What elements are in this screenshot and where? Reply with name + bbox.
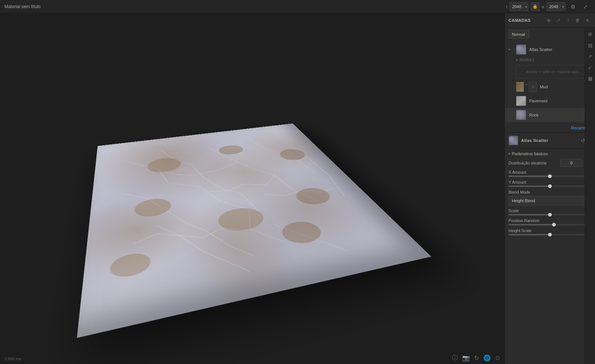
layers-export-button[interactable]: ↗ bbox=[554, 16, 562, 24]
random-dist-input[interactable] bbox=[560, 159, 582, 167]
blend-mode-label: Blend Mode bbox=[509, 190, 530, 194]
props-filter-name: Atlas Scatter bbox=[521, 138, 548, 143]
y-amount-slider-track[interactable] bbox=[509, 186, 591, 187]
properties-panel: Atlas Scatter ↺ ✕ ▾ Parâmetros básicos D… bbox=[505, 133, 595, 364]
height-scale-slider-fill bbox=[509, 234, 550, 235]
svg-point-6 bbox=[110, 251, 152, 280]
info-icon[interactable]: ⓘ bbox=[452, 354, 458, 362]
sub-section-title: INSIRA 1 bbox=[519, 58, 534, 62]
thumb-mud-content bbox=[516, 82, 524, 92]
basic-params-title: Parâmetros básicos bbox=[512, 152, 548, 156]
y-amount-row: Y Amount 16 bbox=[509, 180, 591, 187]
pos-random-header: Position Random 1 bbox=[509, 218, 591, 223]
pos-random-slider-thumb[interactable] bbox=[552, 223, 556, 227]
expand-icon-button[interactable]: ⤢ bbox=[580, 1, 591, 12]
layer-list: ▾ Atlas Scatter ▾ INSIRA 1 Arraste e sol… bbox=[505, 41, 595, 123]
props-thumb bbox=[509, 136, 518, 145]
scale-label: Scale bbox=[509, 208, 519, 213]
right-toolbar-grid-icon[interactable]: ⊞ bbox=[586, 30, 595, 38]
svg-point-7 bbox=[278, 219, 327, 246]
right-toolbar-export-icon[interactable]: ↗ bbox=[586, 52, 595, 61]
width-group: l: 2048 256 512 1024 4096 bbox=[506, 2, 528, 11]
scale-slider-track[interactable] bbox=[509, 214, 591, 215]
top-bar: Material sem título l: 2048 256 512 1024… bbox=[0, 0, 595, 13]
blend-select-wrapper: Height Blend Normal Multiply Screen Over… bbox=[509, 196, 591, 205]
reload-link[interactable]: Recarregar bbox=[505, 123, 595, 132]
scale-slider-thumb[interactable] bbox=[548, 213, 552, 217]
layer-name-atlas: Atlas Scatter bbox=[529, 47, 591, 52]
pos-random-label: Position Random bbox=[509, 218, 540, 223]
right-toolbar-import-icon[interactable]: ↙ bbox=[586, 63, 595, 72]
x-amount-slider-thumb[interactable] bbox=[548, 174, 552, 178]
props-header-left: Atlas Scatter bbox=[509, 136, 548, 145]
top-bar-controls: l: 2048 256 512 1024 4096 🔒 a: 2048 256 … bbox=[506, 1, 591, 12]
dot-separator: • bbox=[526, 82, 527, 92]
layers-delete-button[interactable]: 🗑 bbox=[574, 16, 582, 24]
right-toolbar-layers-icon[interactable]: ▤ bbox=[586, 41, 595, 50]
basic-params-section-header[interactable]: ▾ Parâmetros básicos bbox=[505, 149, 595, 157]
layers-blend-select[interactable]: Normal Multiply Screen Overlay bbox=[509, 30, 529, 39]
thumb-scatter-content bbox=[516, 45, 526, 54]
height-scale-header: Height Scale 1 bbox=[509, 228, 591, 233]
layer-item-rock[interactable]: Rock 👁 bbox=[505, 108, 595, 122]
layers-close-button[interactable]: ✕ bbox=[583, 16, 591, 24]
blend-mode-select[interactable]: Height Blend Normal Multiply Screen Over… bbox=[509, 196, 591, 205]
viewport-bottom-icons: ⓘ 📷 ↻ 🌐 ⊙ bbox=[452, 354, 500, 362]
far-right-toolbar: ⊞ ▤ ↗ ↙ ▦ bbox=[585, 27, 595, 364]
layers-save-button[interactable]: ↑ bbox=[564, 16, 572, 24]
layer-name-mud: Mud bbox=[540, 85, 591, 89]
layer-item-mud[interactable]: • ⊘ Mud bbox=[505, 80, 595, 94]
layers-new-button[interactable]: ⊕ bbox=[545, 16, 553, 24]
y-amount-slider-fill bbox=[509, 186, 550, 187]
layers-panel-title: CAMADAS bbox=[509, 18, 531, 23]
drop-zone: Arraste e solte um material aqui... bbox=[516, 65, 591, 78]
layer-name-rock: Rock bbox=[529, 113, 584, 117]
fullscreen-icon[interactable]: ⊙ bbox=[495, 354, 500, 361]
drop-zone-text: Arraste e solte um material aqui... bbox=[526, 70, 581, 74]
layer-item-pavement[interactable]: Pavement bbox=[505, 94, 595, 108]
layer-expand-atlas: ▾ bbox=[509, 48, 513, 51]
svg-point-1 bbox=[217, 144, 246, 156]
layers-panel-header: CAMADAS ⊕ ↗ ↑ 🗑 ✕ bbox=[505, 13, 595, 28]
rotate-icon[interactable]: ↻ bbox=[474, 354, 479, 361]
width-label: l: bbox=[506, 4, 508, 9]
height-group: a: 2048 256 512 1024 4096 bbox=[542, 2, 565, 11]
height-select[interactable]: 2048 256 512 1024 4096 bbox=[547, 2, 565, 11]
scale-row: Scale 1 bbox=[509, 208, 591, 215]
blend-mode-row: Blend Mode Height Blend Normal Multiply … bbox=[509, 190, 591, 205]
height-scale-slider-track[interactable] bbox=[509, 234, 591, 235]
right-toolbar-filter-icon[interactable]: ▦ bbox=[586, 74, 595, 83]
svg-point-0 bbox=[147, 156, 183, 174]
x-amount-slider-track[interactable] bbox=[509, 176, 591, 177]
width-select[interactable]: 2048 256 512 1024 4096 bbox=[510, 2, 528, 11]
y-amount-label: Y Amount bbox=[509, 180, 526, 184]
random-dist-label: Distribuição aleatória bbox=[509, 161, 560, 165]
normal-select-wrapper: Normal Multiply Screen Overlay bbox=[509, 30, 591, 39]
layer-thumb-rock bbox=[516, 110, 526, 120]
scale-header: Scale 1 bbox=[509, 208, 591, 213]
height-scale-label: Height Scale bbox=[509, 228, 531, 233]
layers-panel: CAMADAS ⊕ ↗ ↑ 🗑 ✕ Normal Multiply Screen bbox=[505, 13, 595, 133]
main-wrapper: 3,800 ms ⓘ 📷 ↻ 🌐 ⊙ CAMADAS ⊕ ↗ ↑ 🗑 ✕ bbox=[0, 13, 595, 364]
settings-icon-button[interactable]: ⚙ bbox=[568, 1, 578, 12]
random-dist-row: Distribuição aleatória ⇄ bbox=[509, 159, 591, 167]
thumb-rock-content bbox=[516, 110, 526, 120]
x-amount-label: X Amount bbox=[509, 170, 526, 174]
scale-slider-fill bbox=[509, 214, 550, 215]
layers-blend-row: Normal Multiply Screen Overlay bbox=[505, 28, 595, 41]
layer-item-atlas-scatter[interactable]: ▾ Atlas Scatter bbox=[505, 42, 595, 57]
layer-name-pavement: Pavement bbox=[529, 99, 591, 103]
y-amount-slider-thumb[interactable] bbox=[548, 184, 552, 188]
height-scale-slider-thumb[interactable] bbox=[548, 233, 552, 237]
viewport-status: 3,800 ms bbox=[4, 357, 21, 361]
pos-random-slider-track[interactable] bbox=[509, 224, 591, 225]
x-amount-row: X Amount 16 bbox=[509, 170, 591, 177]
y-amount-header: Y Amount 16 bbox=[509, 180, 591, 184]
pos-random-slider-fill bbox=[509, 224, 554, 225]
stone-tile bbox=[77, 123, 431, 338]
crack-overlay-svg bbox=[77, 123, 431, 338]
lock-button[interactable]: 🔒 bbox=[531, 2, 540, 11]
height-label: a: bbox=[542, 4, 545, 9]
camera-icon[interactable]: 📷 bbox=[462, 354, 470, 361]
globe-icon[interactable]: 🌐 bbox=[483, 354, 491, 361]
